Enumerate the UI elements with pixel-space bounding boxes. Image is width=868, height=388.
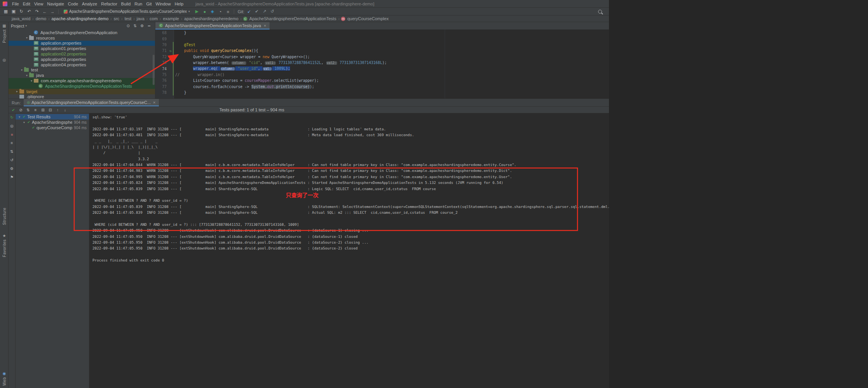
breadcrumb-item[interactable]: demo (35, 16, 47, 21)
run-tab[interactable]: ◎ ApacheShardingsphereDemoApplicationTes… (24, 99, 158, 106)
code-line[interactable]: } (175, 30, 609, 36)
close-icon[interactable]: × (264, 23, 266, 28)
push-icon[interactable]: ↗ (261, 9, 268, 14)
tool-stripe-favorites[interactable]: ★ Favorites (0, 234, 9, 257)
editor-tab[interactable]: C ApacheShardingsphereDemoApplicationTes… (155, 22, 270, 29)
forward-icon[interactable]: → (49, 9, 56, 14)
tool-stripe-project[interactable]: ▦ Project (0, 24, 9, 43)
open-project-icon[interactable]: ▦ (2, 9, 10, 14)
menu-window[interactable]: Window (154, 2, 173, 6)
breadcrumb-class[interactable]: ApacheShardingsphereDemoApplicationTests (249, 16, 337, 21)
sync-icon[interactable]: ↻ (17, 9, 25, 14)
breadcrumb-item[interactable]: apacheshardingspheredemo (183, 16, 239, 21)
options-icon[interactable]: ≡ (32, 108, 39, 112)
show-passed-icon[interactable]: ✔ (10, 108, 17, 112)
tree-row[interactable]: ▾java (9, 73, 155, 78)
run-icon[interactable]: ▶ (193, 9, 201, 14)
next-failed-test-icon[interactable]: ↓ (61, 108, 69, 112)
breadcrumb-item[interactable]: java_wxid (11, 16, 31, 21)
test-tree-row[interactable]: ✔queryCourseComplex()904 ms (16, 125, 89, 130)
hide-panel-icon[interactable]: ━ (146, 24, 153, 28)
save-all-icon[interactable]: ▣ (10, 9, 17, 14)
profiler-icon[interactable]: ◔ (216, 9, 224, 14)
menu-run[interactable]: Run (132, 2, 144, 6)
menu-edit[interactable]: Edit (21, 2, 32, 6)
settings-icon[interactable]: ⚙ (9, 166, 15, 171)
menu-build[interactable]: Build (119, 2, 132, 6)
collapse-all-icon[interactable]: ⊟ (47, 108, 54, 112)
tree-row[interactable]: .gitignore (9, 94, 155, 99)
tree-row[interactable]: ▸target (9, 89, 155, 94)
settings-icon[interactable]: ⚙ (139, 24, 146, 28)
tree-row[interactable]: application.properties (9, 41, 155, 46)
sort-alphabetically-icon[interactable]: ⇅ (24, 108, 32, 112)
commit-icon[interactable]: ✔ (253, 9, 261, 14)
locate-file-icon[interactable]: ⊙ (125, 24, 132, 28)
code-line[interactable]: List<Course> courses = courseMapper.sele… (175, 78, 609, 83)
close-icon[interactable]: × (153, 100, 155, 105)
test-tree-row[interactable]: ▾✔Test Results904 ms (16, 114, 89, 120)
run-configuration-selector[interactable]: ApacheShardingsphereDemoApplicationTests… (64, 9, 190, 14)
menu-git[interactable]: Git (144, 2, 153, 6)
menu-file[interactable]: File (10, 2, 21, 6)
tree-row[interactable]: ▾com.example.apacheshardingspheredemo (9, 78, 155, 83)
menu-view[interactable]: View (32, 2, 45, 6)
tree-row[interactable]: application01.properties (9, 46, 155, 51)
breadcrumb-method[interactable]: queryCourseComplex (346, 16, 389, 21)
debug-icon[interactable]: ● (201, 9, 209, 14)
menu-code[interactable]: Code (66, 2, 80, 6)
back-icon[interactable]: ← (41, 9, 49, 14)
code-line[interactable]: public void queryCourseComplex(){ (175, 48, 609, 54)
breadcrumb-item[interactable]: example (162, 16, 180, 21)
stop-icon[interactable]: ■ (224, 9, 232, 14)
stop-icon[interactable]: ■ (9, 132, 15, 137)
redo-icon[interactable]: ↷ (33, 9, 41, 14)
previous-failed-test-icon[interactable]: ↑ (54, 108, 61, 112)
breadcrumb-item[interactable]: java (136, 16, 145, 21)
tree-row[interactable]: ▾resources (9, 35, 155, 41)
tool-stripe-commit[interactable]: ◎ (0, 58, 9, 62)
menu-analyze[interactable]: Analyze (80, 2, 99, 6)
update-project-icon[interactable]: ↙ (245, 9, 253, 14)
menu-refactor[interactable]: Refactor (99, 2, 119, 6)
code-line[interactable]: QueryWrapper<Course> wrapper = new Query… (175, 54, 609, 60)
breadcrumb-item[interactable]: com (149, 16, 158, 21)
code-line[interactable]: wrapper.between( column: "cid", val1: 77… (175, 60, 609, 66)
code-line[interactable]: courses.forEach(course -> System.out.pri… (175, 84, 609, 90)
history-icon[interactable]: ↺ (9, 158, 15, 162)
pin-icon[interactable]: ⚑ (9, 175, 15, 179)
menu-navigate[interactable]: Navigate (45, 2, 66, 6)
tree-row[interactable]: ▾test (9, 68, 155, 73)
code-line[interactable]: // wrapper.in() (175, 72, 609, 78)
console[interactable]: sql.show: 'true' 2022-09-04 11:47:03.197… (89, 113, 609, 388)
menu-help[interactable]: Help (173, 2, 186, 6)
expand-collapse-icon[interactable]: ⇅ (132, 24, 139, 28)
tree-row[interactable]: CApacheShardingsphereDemoApplicationTest… (9, 83, 155, 89)
tree-row[interactable]: application02.properties (9, 51, 155, 57)
code-content[interactable]: } @Test public void queryCourseComplex()… (174, 30, 609, 99)
project-panel-title[interactable]: Project (11, 24, 24, 28)
search-everywhere-icon[interactable] (598, 10, 602, 14)
test-tree-row[interactable]: ▾✔ApacheShardingsphereDemo904 ms (16, 120, 89, 125)
breadcrumb-item[interactable]: test (124, 16, 132, 21)
tree-row[interactable]: application03.properties (9, 57, 155, 62)
coverage-icon[interactable]: ◈ (209, 9, 216, 14)
rerun-tests-icon[interactable]: ↻ (9, 115, 15, 120)
breadcrumb-item[interactable]: apache-shardingsphere-demo (51, 16, 110, 21)
scrollbar-thumb[interactable] (153, 55, 155, 85)
tree-row[interactable]: application04.properties (9, 62, 155, 68)
show-ignored-icon[interactable]: ⊘ (17, 108, 24, 112)
tool-stripe-web[interactable]: ◉ Web (0, 371, 9, 386)
code-line[interactable]: } (175, 90, 609, 95)
import-test-results-icon[interactable]: ⇅ (9, 149, 15, 154)
code-line[interactable]: @Test (175, 42, 609, 48)
expand-all-icon[interactable]: ⊞ (39, 108, 47, 112)
code-line[interactable]: wrapper.eq( column: "user_id", val: 1009… (175, 66, 609, 71)
rerun-failed-icon[interactable]: ◎ (9, 124, 15, 128)
undo-icon[interactable]: ↶ (25, 9, 33, 14)
tree-row[interactable]: CApacheShardingsphereDemoApplication (9, 30, 155, 35)
rollback-icon[interactable]: ↺ (268, 9, 276, 14)
code-editor[interactable]: 68697071↻72737475767778 } @Test public v… (155, 29, 609, 99)
filter-icon[interactable]: ≡ (9, 141, 15, 145)
code-line[interactable] (175, 36, 609, 42)
